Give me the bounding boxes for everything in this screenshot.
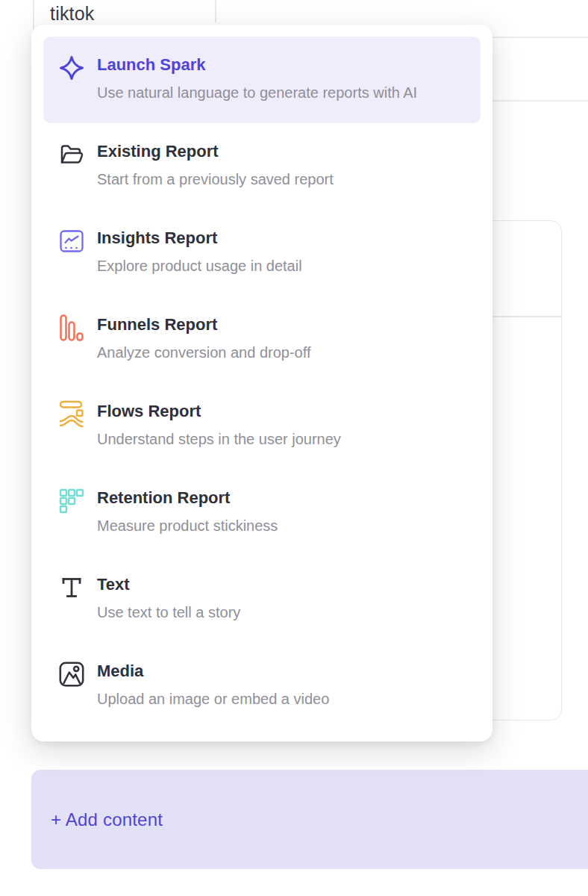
menu-item-launch-spark[interactable]: Launch Spark Use natural language to gen… bbox=[43, 37, 481, 123]
menu-item-description: Understand steps in the user journey bbox=[97, 428, 467, 450]
menu-item-description: Upload an image or embed a video bbox=[97, 688, 467, 710]
menu-item-title: Funnels Report bbox=[97, 314, 467, 335]
folder-open-icon bbox=[57, 140, 87, 169]
menu-item-description: Use text to tell a story bbox=[97, 601, 467, 623]
menu-item-description: Start from a previously saved report bbox=[97, 168, 467, 190]
menu-item-description: Measure product stickiness bbox=[97, 514, 467, 537]
menu-item-description: Use natural language to generate reports… bbox=[97, 81, 437, 104]
flows-icon bbox=[57, 399, 87, 429]
menu-item-funnels-report[interactable]: Funnels Report Analyze conversion and dr… bbox=[43, 296, 481, 383]
background-row-divider bbox=[491, 100, 588, 102]
menu-item-description: Analyze conversion and drop-off bbox=[97, 341, 467, 364]
add-content-menu: Launch Spark Use natural language to gen… bbox=[31, 25, 492, 741]
menu-item-title: Flows Report bbox=[97, 401, 467, 422]
menu-item-existing-report[interactable]: Existing Report Start from a previously … bbox=[43, 123, 481, 210]
menu-item-insights-report[interactable]: Insights Report Explore product usage in… bbox=[43, 210, 481, 296]
menu-item-text[interactable]: Text Use text to tell a story bbox=[43, 556, 481, 643]
background-column-divider bbox=[215, 0, 216, 22]
menu-item-retention-report[interactable]: Retention Report Measure product stickin… bbox=[43, 470, 481, 556]
text-icon bbox=[57, 573, 87, 603]
background-list-item-tiktok: tiktok bbox=[50, 3, 95, 25]
add-content-button[interactable]: + Add content bbox=[31, 770, 588, 869]
funnel-bars-icon bbox=[57, 313, 87, 343]
menu-item-media[interactable]: Media Upload an image or embed a video bbox=[43, 643, 481, 729]
menu-item-title: Launch Spark bbox=[97, 55, 467, 75]
menu-item-title: Existing Report bbox=[97, 141, 467, 162]
insights-chart-icon bbox=[57, 226, 87, 256]
menu-item-flows-report[interactable]: Flows Report Understand steps in the use… bbox=[43, 383, 481, 470]
menu-item-title: Retention Report bbox=[97, 488, 467, 508]
spark-icon bbox=[57, 53, 87, 83]
menu-item-description: Explore product usage in detail bbox=[97, 255, 467, 277]
retention-grid-icon bbox=[57, 486, 87, 516]
media-image-icon bbox=[57, 659, 87, 689]
background-row-divider bbox=[491, 37, 588, 38]
menu-item-title: Text bbox=[97, 574, 467, 595]
menu-item-title: Insights Report bbox=[97, 228, 467, 249]
menu-item-title: Media bbox=[97, 661, 467, 682]
add-content-label: + Add content bbox=[51, 809, 163, 830]
